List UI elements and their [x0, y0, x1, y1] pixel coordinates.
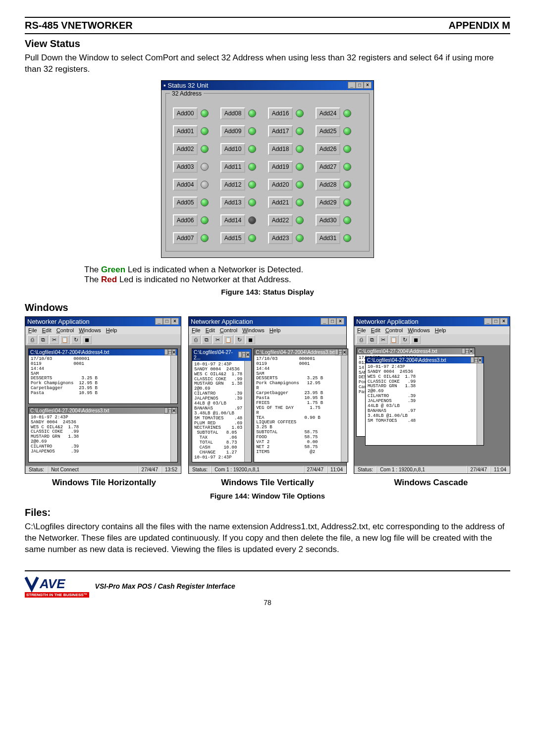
- close-icon[interactable]: ×: [478, 357, 482, 363]
- close-icon[interactable]: ×: [336, 318, 344, 325]
- address-button[interactable]: Add08: [220, 107, 245, 119]
- menu-item[interactable]: Windows: [242, 327, 265, 333]
- address-button[interactable]: Add07: [173, 232, 198, 244]
- address-button[interactable]: Add02: [173, 143, 198, 155]
- refresh-icon[interactable]: ↻: [234, 335, 244, 344]
- close-icon[interactable]: ×: [342, 349, 346, 355]
- status-led: [296, 199, 304, 206]
- menu-item[interactable]: Control: [385, 327, 403, 333]
- address-button[interactable]: Add13: [220, 197, 245, 208]
- close-icon[interactable]: ×: [171, 318, 179, 325]
- stop-icon[interactable]: ◼: [82, 335, 92, 344]
- close-icon[interactable]: ×: [364, 82, 372, 89]
- scrollbar[interactable]: [341, 355, 348, 462]
- address-button[interactable]: Add05: [173, 197, 198, 208]
- address-button[interactable]: Add30: [316, 214, 340, 226]
- address-button[interactable]: Add16: [268, 107, 293, 119]
- menu-item[interactable]: Windows: [79, 327, 101, 333]
- address-button[interactable]: Add17: [268, 125, 293, 137]
- maximize-icon[interactable]: □: [492, 318, 500, 325]
- menu-item[interactable]: Help: [106, 327, 117, 333]
- address-button[interactable]: Add04: [173, 179, 198, 191]
- paste-icon[interactable]: 📋: [223, 335, 233, 344]
- copy-icon[interactable]: ⧉: [367, 335, 377, 344]
- address-button[interactable]: Add18: [268, 143, 293, 155]
- maximize-icon[interactable]: □: [163, 318, 171, 325]
- address-button[interactable]: Add03: [173, 161, 198, 173]
- menu-item[interactable]: Help: [435, 327, 446, 333]
- print-icon[interactable]: ⎙: [27, 335, 37, 344]
- scrollbar[interactable]: [170, 355, 177, 403]
- address-button[interactable]: Add20: [268, 179, 293, 191]
- minimize-icon[interactable]: _: [348, 82, 356, 89]
- stop-icon[interactable]: ◼: [245, 335, 255, 344]
- menu-item[interactable]: Edit: [42, 327, 52, 333]
- maximize-icon[interactable]: □: [168, 349, 172, 355]
- maximize-icon[interactable]: □: [356, 82, 364, 89]
- address-button[interactable]: Add28: [316, 179, 340, 191]
- refresh-icon[interactable]: ↻: [71, 335, 81, 344]
- app-title: Networker Application: [191, 318, 253, 325]
- address-button[interactable]: Add10: [220, 143, 245, 155]
- doc-title: C:\Logfiles\04-27-2004\Address4.txt: [358, 349, 437, 354]
- maximize-icon[interactable]: □: [168, 407, 172, 414]
- menu-item[interactable]: File: [28, 327, 37, 333]
- address-button[interactable]: Add00: [173, 107, 198, 119]
- address-button[interactable]: Add24: [316, 107, 340, 119]
- address-button[interactable]: Add22: [268, 214, 293, 226]
- cut-icon[interactable]: ✂: [378, 335, 388, 344]
- address-button[interactable]: Add26: [316, 143, 340, 155]
- maximize-icon[interactable]: □: [465, 348, 469, 354]
- address-button[interactable]: Add06: [173, 214, 198, 226]
- close-icon[interactable]: ×: [172, 407, 176, 414]
- minimize-icon[interactable]: _: [484, 318, 492, 325]
- maximize-icon[interactable]: □: [328, 318, 336, 325]
- copy-icon[interactable]: ⧉: [38, 335, 48, 344]
- paste-icon[interactable]: 📋: [389, 335, 399, 344]
- cut-icon[interactable]: ✂: [213, 335, 222, 344]
- minimize-icon[interactable]: _: [471, 357, 475, 363]
- address-button[interactable]: Add12: [220, 179, 245, 191]
- close-icon[interactable]: ×: [172, 349, 176, 355]
- scrollbar[interactable]: [244, 361, 251, 462]
- address-button[interactable]: Add29: [316, 197, 340, 208]
- minimize-icon[interactable]: _: [462, 348, 466, 354]
- menu-item[interactable]: Help: [269, 327, 281, 333]
- copy-icon[interactable]: ⧉: [202, 335, 212, 344]
- minimize-icon[interactable]: _: [164, 349, 168, 355]
- menu-item[interactable]: Control: [220, 327, 237, 333]
- maximize-icon[interactable]: □: [474, 357, 478, 363]
- menu-item[interactable]: Control: [56, 327, 74, 333]
- print-icon[interactable]: ⎙: [191, 335, 201, 344]
- scrollbar[interactable]: [477, 363, 483, 445]
- address-button[interactable]: Add23: [268, 232, 293, 244]
- address-button[interactable]: Add14: [220, 214, 245, 226]
- address-button[interactable]: Add01: [173, 125, 198, 137]
- address-button[interactable]: Add11: [220, 161, 245, 173]
- stop-icon[interactable]: ◼: [411, 335, 421, 344]
- scrollbar[interactable]: [170, 414, 177, 462]
- address-button[interactable]: Add19: [268, 161, 293, 173]
- minimize-icon[interactable]: _: [164, 407, 168, 414]
- paste-icon[interactable]: 📋: [60, 335, 70, 344]
- menu-item[interactable]: Edit: [371, 327, 380, 333]
- menu-item[interactable]: File: [357, 327, 366, 333]
- address-button[interactable]: Add31: [316, 232, 340, 244]
- address-button[interactable]: Add09: [220, 125, 245, 137]
- cut-icon[interactable]: ✂: [49, 335, 59, 344]
- menu-item[interactable]: File: [192, 327, 201, 333]
- status-led: [343, 216, 351, 224]
- address-button[interactable]: Add25: [316, 125, 340, 137]
- close-icon[interactable]: ×: [246, 352, 250, 358]
- refresh-icon[interactable]: ↻: [400, 335, 410, 344]
- address-button[interactable]: Add15: [220, 232, 245, 244]
- minimize-icon[interactable]: _: [155, 318, 163, 325]
- menu-item[interactable]: Windows: [408, 327, 430, 333]
- close-icon[interactable]: ×: [500, 318, 508, 325]
- close-icon[interactable]: ×: [469, 348, 473, 354]
- menu-item[interactable]: Edit: [206, 327, 215, 333]
- minimize-icon[interactable]: _: [321, 318, 328, 325]
- print-icon[interactable]: ⎙: [356, 335, 366, 344]
- address-button[interactable]: Add27: [316, 161, 340, 173]
- address-button[interactable]: Add21: [268, 197, 293, 208]
